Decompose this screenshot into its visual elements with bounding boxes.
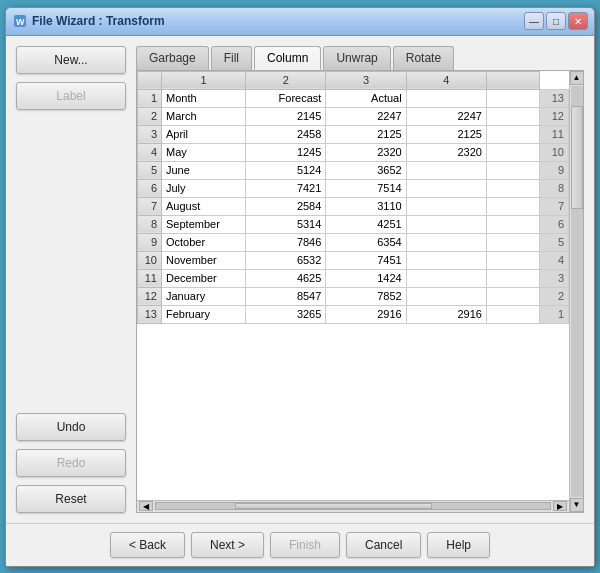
cancel-button[interactable]: Cancel [346, 532, 421, 558]
table-cell[interactable]: June [162, 161, 246, 179]
table-cell[interactable]: 7451 [326, 251, 406, 269]
table-cell[interactable]: 5314 [246, 215, 326, 233]
table-cell[interactable]: 2247 [406, 107, 486, 125]
table-cell[interactable]: 6 [540, 215, 569, 233]
redo-button[interactable]: Redo [16, 449, 126, 477]
tab-rotate[interactable]: Rotate [393, 46, 454, 70]
reset-button[interactable]: Reset [16, 485, 126, 513]
maximize-button[interactable]: □ [546, 12, 566, 30]
col-header-1[interactable]: 1 [162, 71, 246, 89]
table-cell[interactable]: Actual [326, 89, 406, 107]
table-cell[interactable] [406, 233, 486, 251]
table-cell[interactable]: 2320 [406, 143, 486, 161]
table-cell[interactable]: October [162, 233, 246, 251]
table-cell[interactable]: 4251 [326, 215, 406, 233]
col-header-4[interactable]: 4 [406, 71, 486, 89]
tab-column[interactable]: Column [254, 46, 321, 70]
scroll-track[interactable] [155, 502, 551, 510]
v-scroll-track[interactable] [571, 86, 583, 497]
minimize-button[interactable]: — [524, 12, 544, 30]
scroll-down-button[interactable]: ▼ [570, 498, 584, 512]
scroll-left-button[interactable]: ◀ [139, 501, 153, 511]
table-cell[interactable]: Forecast [246, 89, 326, 107]
finish-button[interactable]: Finish [270, 532, 340, 558]
table-cell[interactable]: 2 [540, 287, 569, 305]
table-cell[interactable]: 3 [540, 269, 569, 287]
table-cell[interactable]: 4 [540, 251, 569, 269]
table-cell[interactable] [486, 161, 540, 179]
table-cell[interactable] [486, 251, 540, 269]
table-cell[interactable] [486, 89, 540, 107]
table-cell[interactable]: 2145 [246, 107, 326, 125]
table-cell[interactable]: 10 [540, 143, 569, 161]
table-cell[interactable]: Month [162, 89, 246, 107]
table-cell[interactable] [406, 197, 486, 215]
scroll-thumb[interactable] [235, 503, 432, 509]
table-cell[interactable]: 3110 [326, 197, 406, 215]
table-cell[interactable] [486, 287, 540, 305]
back-button[interactable]: < Back [110, 532, 185, 558]
table-cell[interactable] [486, 233, 540, 251]
scroll-right-button[interactable]: ▶ [553, 501, 567, 511]
close-button[interactable]: ✕ [568, 12, 588, 30]
table-cell[interactable] [406, 161, 486, 179]
scroll-up-button[interactable]: ▲ [570, 71, 584, 85]
table-cell[interactable]: 12 [540, 107, 569, 125]
table-cell[interactable]: 2125 [326, 125, 406, 143]
table-cell[interactable]: 6354 [326, 233, 406, 251]
table-cell[interactable]: 2458 [246, 125, 326, 143]
table-cell[interactable] [406, 89, 486, 107]
table-inner[interactable]: 1 2 3 4 1MonthForecastActual132March2145… [137, 71, 569, 500]
table-cell[interactable]: 2125 [406, 125, 486, 143]
table-cell[interactable]: 7 [540, 197, 569, 215]
table-cell[interactable] [486, 269, 540, 287]
table-cell[interactable] [486, 179, 540, 197]
table-cell[interactable]: 3652 [326, 161, 406, 179]
table-cell[interactable] [486, 197, 540, 215]
table-cell[interactable]: 13 [540, 89, 569, 107]
tab-unwrap[interactable]: Unwrap [323, 46, 390, 70]
table-cell[interactable]: September [162, 215, 246, 233]
table-cell[interactable]: 1245 [246, 143, 326, 161]
table-cell[interactable]: 11 [540, 125, 569, 143]
help-button[interactable]: Help [427, 532, 490, 558]
col-header-3[interactable]: 3 [326, 71, 406, 89]
label-button[interactable]: Label [16, 82, 126, 110]
table-cell[interactable]: 7846 [246, 233, 326, 251]
table-cell[interactable] [486, 125, 540, 143]
table-cell[interactable]: 7421 [246, 179, 326, 197]
horizontal-scrollbar[interactable]: ◀ ▶ [137, 500, 569, 512]
tab-fill[interactable]: Fill [211, 46, 252, 70]
table-cell[interactable]: 6532 [246, 251, 326, 269]
vertical-scrollbar[interactable]: ▲ ▼ [569, 71, 583, 512]
undo-button[interactable]: Undo [16, 413, 126, 441]
table-cell[interactable]: December [162, 269, 246, 287]
table-cell[interactable] [486, 215, 540, 233]
table-cell[interactable]: February [162, 305, 246, 323]
table-cell[interactable]: April [162, 125, 246, 143]
table-cell[interactable] [406, 269, 486, 287]
table-cell[interactable]: 7514 [326, 179, 406, 197]
table-cell[interactable]: 1 [540, 305, 569, 323]
table-cell[interactable]: 4625 [246, 269, 326, 287]
table-cell[interactable]: 3265 [246, 305, 326, 323]
table-cell[interactable]: May [162, 143, 246, 161]
v-scroll-thumb[interactable] [571, 106, 583, 209]
table-cell[interactable]: August [162, 197, 246, 215]
table-cell[interactable] [486, 107, 540, 125]
table-cell[interactable] [406, 179, 486, 197]
table-cell[interactable]: 2916 [326, 305, 406, 323]
table-cell[interactable]: 2584 [246, 197, 326, 215]
table-cell[interactable] [406, 215, 486, 233]
table-cell[interactable]: 8547 [246, 287, 326, 305]
table-cell[interactable]: 2916 [406, 305, 486, 323]
new-button[interactable]: New... [16, 46, 126, 74]
table-cell[interactable]: November [162, 251, 246, 269]
table-cell[interactable]: 9 [540, 161, 569, 179]
table-cell[interactable]: July [162, 179, 246, 197]
table-cell[interactable]: 8 [540, 179, 569, 197]
col-header-5[interactable] [486, 71, 540, 89]
table-cell[interactable]: 2247 [326, 107, 406, 125]
table-cell[interactable] [406, 287, 486, 305]
table-cell[interactable]: 2320 [326, 143, 406, 161]
